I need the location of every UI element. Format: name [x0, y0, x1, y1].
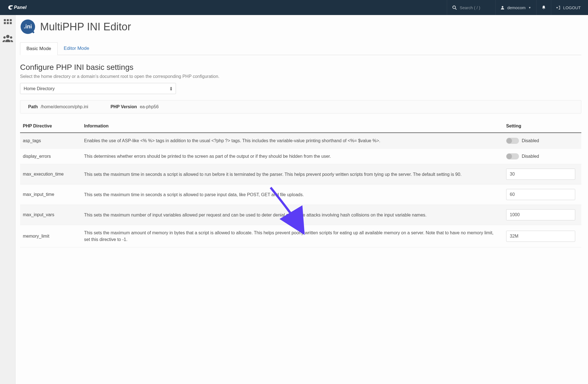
directive-info: This sets the maximum time in seconds a …: [81, 184, 503, 205]
config-info-bar: Path /home/democom/php.ini PHP Version e…: [20, 100, 581, 114]
svg-point-11: [3, 36, 5, 38]
svg-point-10: [6, 35, 9, 38]
apps-grid-icon[interactable]: [3, 18, 13, 29]
page-header: .ini MultiPHP INI Editor: [20, 15, 581, 41]
location-select[interactable]: Home Directory: [20, 83, 176, 94]
cpanel-logo[interactable]: Panel: [0, 4, 45, 11]
nav-search[interactable]: [447, 0, 495, 15]
directive-info: This sets the maximum number of input va…: [81, 205, 503, 225]
svg-rect-7: [4, 22, 6, 24]
search-input[interactable]: [460, 5, 490, 10]
directives-table: PHP Directive Information Setting asp_ta…: [20, 121, 581, 247]
table-row: max_input_time This sets the maximum tim…: [20, 184, 581, 205]
svg-point-3: [502, 6, 503, 8]
directive-name: asp_tags: [20, 133, 81, 149]
tabs: Basic Mode Editor Mode: [20, 42, 581, 55]
directive-name: max_input_time: [20, 184, 81, 205]
svg-line-2: [455, 8, 456, 9]
col-information: Information: [81, 121, 503, 133]
toggle-label: Disabled: [522, 154, 539, 159]
php-version-value: ea-php56: [140, 104, 159, 109]
users-icon[interactable]: [3, 34, 13, 43]
input-max-input-vars[interactable]: [506, 209, 575, 220]
directive-info: This sets the maximum amount of memory i…: [81, 225, 503, 247]
svg-text:.ini: .ini: [24, 23, 32, 29]
col-directive: PHP Directive: [20, 121, 81, 133]
svg-rect-6: [10, 19, 12, 21]
toggle-display-errors[interactable]: [506, 153, 519, 159]
logout-icon: [556, 6, 560, 10]
section-subtitle: Select the home directory or a domain’s …: [20, 74, 581, 79]
tab-editor-mode[interactable]: Editor Mode: [58, 42, 95, 55]
toggle-asp-tags[interactable]: [506, 138, 519, 144]
directive-info: This determines whether errors should be…: [81, 149, 503, 164]
table-row: max_input_vars This sets the maximum num…: [20, 205, 581, 225]
chevron-down-icon: ▼: [528, 6, 531, 9]
directive-info: This sets the maximum time in seconds a …: [81, 164, 503, 184]
input-memory-limit[interactable]: [506, 231, 575, 242]
directive-name: display_errors: [20, 149, 81, 164]
nav-logout[interactable]: LOGOUT: [551, 0, 588, 15]
path-value: /home/democom/php.ini: [41, 104, 88, 109]
svg-point-12: [10, 36, 12, 38]
php-version-label: PHP Version: [111, 104, 137, 109]
directive-name: max_execution_time: [20, 164, 81, 184]
svg-rect-9: [10, 22, 12, 24]
svg-point-1: [453, 6, 455, 9]
top-navbar: Panel democom ▼ LOGOUT: [0, 0, 588, 15]
svg-text:Panel: Panel: [14, 5, 26, 10]
input-max-input-time[interactable]: [506, 189, 575, 200]
table-row: max_execution_time This sets the maximum…: [20, 164, 581, 184]
svg-rect-5: [7, 19, 9, 21]
path-label: Path: [28, 104, 38, 109]
table-row: display_errors This determines whether e…: [20, 149, 581, 164]
directive-info: Enables the use of ASP-like <% %> tags i…: [81, 133, 503, 149]
nav-username: democom: [507, 5, 526, 10]
svg-rect-8: [7, 22, 9, 24]
input-max-execution-time[interactable]: [506, 169, 575, 180]
nav-user-menu[interactable]: democom ▼: [495, 0, 536, 15]
search-icon: [452, 5, 457, 10]
toggle-label: Disabled: [522, 138, 539, 143]
table-row: memory_limit This sets the maximum amoun…: [20, 225, 581, 247]
section-title: Configure PHP INI basic settings: [20, 63, 581, 72]
left-sidebar: [0, 15, 15, 384]
table-row: asp_tags Enables the use of ASP-like <% …: [20, 133, 581, 149]
logout-label: LOGOUT: [563, 5, 581, 10]
bell-icon: [542, 5, 546, 10]
directive-name: max_input_vars: [20, 205, 81, 225]
nav-notifications[interactable]: [536, 0, 551, 15]
user-icon: [501, 6, 504, 9]
tab-basic-mode[interactable]: Basic Mode: [20, 42, 58, 55]
col-setting: Setting: [503, 121, 581, 133]
directive-name: memory_limit: [20, 225, 81, 247]
svg-rect-4: [4, 19, 6, 21]
feature-ini-icon: .ini: [20, 19, 36, 35]
page-title: MultiPHP INI Editor: [40, 21, 131, 33]
